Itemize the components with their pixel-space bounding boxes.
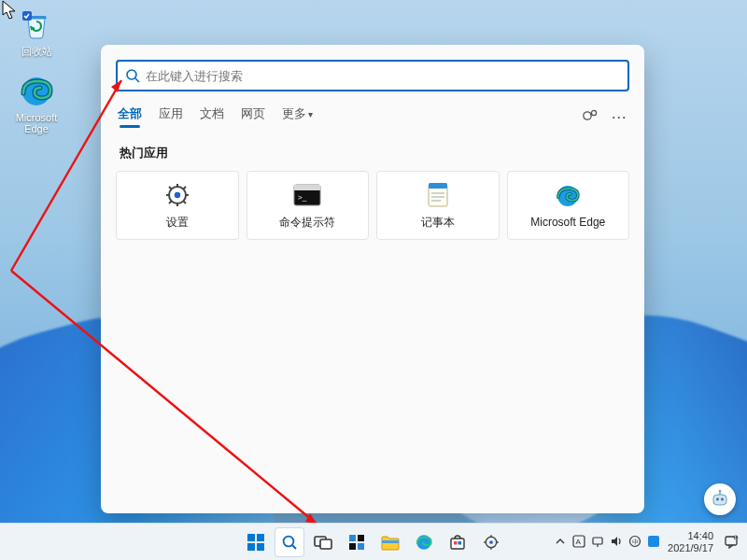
more-options-button[interactable]: ··· — [613, 111, 627, 124]
svg-point-39 — [284, 536, 294, 546]
section-title-top-apps: 热门应用 — [120, 145, 629, 161]
app-card-label: Microsoft Edge — [530, 216, 605, 229]
edge-icon — [554, 182, 582, 210]
taskbar-center — [241, 527, 506, 557]
search-tabs: 全部 应用 文档 网页 更多▾ ··· — [116, 106, 629, 128]
app-card-settings[interactable]: 设置 — [116, 171, 239, 240]
svg-point-34 — [719, 490, 721, 492]
svg-rect-20 — [429, 186, 447, 206]
svg-point-4 — [583, 112, 590, 119]
store-icon — [449, 534, 466, 551]
tab-all[interactable]: 全部 — [118, 106, 142, 128]
app-card-edge[interactable]: Microsoft Edge — [507, 171, 630, 240]
desktop-icon-label: 回收站 — [6, 45, 67, 59]
taskbar-search-button[interactable] — [275, 527, 304, 557]
desktop-icon-edge[interactable]: Microsoft Edge — [6, 73, 67, 134]
system-tray: A 中 14:40 2021/9/17 1 — [556, 530, 741, 553]
svg-rect-35 — [247, 534, 255, 541]
open-in-browser-icon[interactable] — [583, 108, 599, 126]
tray-network-icon[interactable] — [591, 535, 604, 550]
recycle-bin-icon — [18, 6, 55, 43]
chevron-up-icon — [556, 537, 565, 546]
svg-point-32 — [721, 498, 724, 501]
chevron-down-icon: ▾ — [308, 109, 313, 119]
robot-icon — [710, 489, 730, 510]
taskbar-edge[interactable] — [409, 527, 439, 557]
search-flyout: 全部 应用 文档 网页 更多▾ ··· 热门应用 设置 >_ 命令提 — [101, 45, 644, 513]
svg-line-16 — [169, 201, 172, 203]
widgets-button[interactable] — [342, 527, 372, 557]
svg-text:中: 中 — [632, 539, 639, 545]
svg-point-5 — [591, 110, 596, 115]
widgets-icon — [348, 534, 365, 551]
svg-rect-49 — [451, 539, 464, 549]
svg-line-13 — [169, 187, 172, 189]
svg-rect-46 — [358, 543, 364, 550]
task-view-icon — [314, 534, 332, 551]
tray-overflow-chevron[interactable] — [556, 537, 565, 548]
edge-icon — [415, 533, 433, 552]
notification-icon: 1 — [724, 535, 739, 550]
search-input[interactable] — [146, 69, 620, 83]
svg-rect-18 — [294, 185, 320, 190]
svg-rect-21 — [429, 183, 447, 189]
tray-ime-icon[interactable]: A — [572, 535, 585, 550]
svg-text:A: A — [576, 538, 582, 546]
tray-ime-mode-icon[interactable]: 中 — [628, 535, 641, 550]
assistant-bubble[interactable] — [704, 483, 736, 515]
tab-more-label: 更多 — [282, 107, 306, 120]
notifications-button[interactable]: 1 — [721, 532, 741, 553]
tab-apps[interactable]: 应用 — [159, 106, 183, 128]
svg-rect-64 — [648, 536, 659, 547]
svg-rect-50 — [454, 541, 458, 545]
svg-text:>_: >_ — [298, 193, 307, 202]
tab-documents[interactable]: 文档 — [200, 106, 224, 128]
svg-rect-44 — [358, 535, 364, 541]
app-card-label: 设置 — [166, 215, 189, 231]
app-card-cmd[interactable]: >_ 命令提示符 — [247, 171, 370, 240]
task-view-button[interactable] — [308, 527, 338, 557]
svg-rect-51 — [458, 541, 462, 545]
svg-rect-37 — [247, 543, 255, 551]
search-icon — [125, 68, 140, 83]
notepad-icon — [424, 181, 452, 209]
settings-icon — [482, 533, 500, 552]
cmd-icon: >_ — [293, 181, 321, 209]
top-apps-grid: 设置 >_ 命令提示符 记事本 Microsoft Edge — [116, 171, 629, 240]
desktop-icon-label: Microsoft Edge — [6, 112, 67, 134]
tray-time: 14:40 — [668, 530, 713, 542]
settings-icon — [163, 181, 191, 209]
svg-line-3 — [135, 78, 139, 82]
svg-rect-30 — [713, 495, 726, 505]
svg-line-15 — [183, 187, 186, 189]
tab-web[interactable]: 网页 — [241, 106, 265, 128]
taskbar-store[interactable] — [443, 527, 472, 557]
svg-point-2 — [127, 70, 136, 79]
svg-point-8 — [175, 191, 180, 197]
taskbar: A 中 14:40 2021/9/17 1 — [0, 523, 747, 560]
taskbar-settings[interactable] — [476, 527, 506, 557]
svg-rect-60 — [593, 538, 602, 544]
svg-rect-47 — [382, 540, 399, 543]
edge-icon — [18, 73, 55, 110]
app-card-label: 记事本 — [421, 215, 455, 231]
tray-volume-icon[interactable] — [610, 535, 623, 550]
file-explorer-icon — [381, 534, 400, 551]
svg-point-31 — [716, 498, 719, 501]
svg-rect-42 — [320, 539, 331, 549]
tray-app-icon[interactable] — [647, 535, 660, 550]
search-icon — [281, 534, 298, 551]
svg-line-6 — [590, 114, 592, 115]
search-box[interactable] — [116, 60, 629, 91]
tab-more[interactable]: 更多▾ — [282, 106, 313, 128]
tray-date: 2021/9/17 — [668, 542, 713, 554]
svg-rect-36 — [257, 534, 264, 541]
app-card-notepad[interactable]: 记事本 — [376, 171, 500, 240]
start-button[interactable] — [241, 527, 271, 557]
svg-rect-38 — [257, 543, 264, 551]
tray-clock[interactable]: 14:40 2021/9/17 — [668, 530, 713, 553]
app-card-label: 命令提示符 — [279, 215, 335, 231]
svg-point-53 — [489, 540, 493, 544]
taskbar-explorer[interactable] — [375, 527, 405, 557]
svg-rect-43 — [349, 535, 356, 541]
